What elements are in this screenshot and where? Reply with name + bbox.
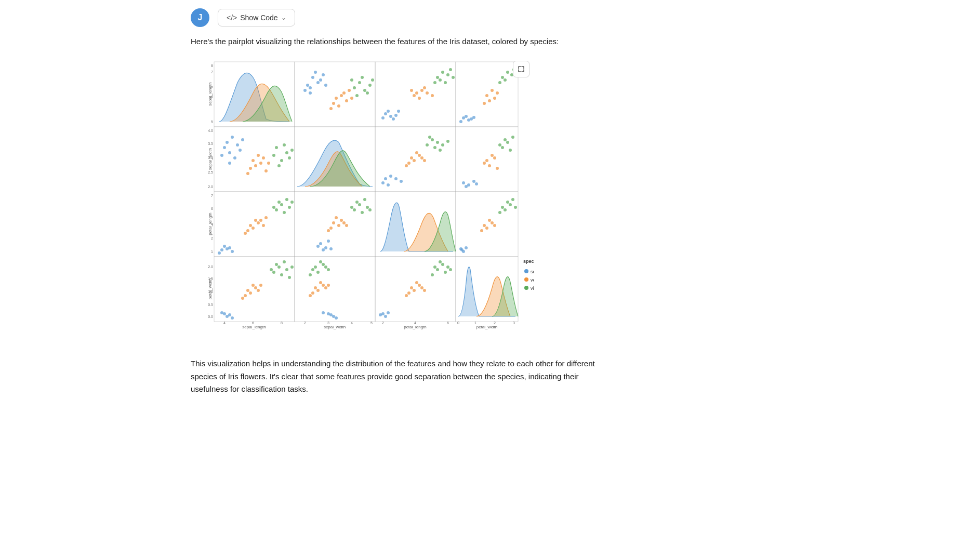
svg-point-261: [332, 315, 335, 318]
svg-text:4.0: 4.0: [208, 129, 213, 132]
svg-point-204: [363, 198, 366, 201]
header-row: J </> Show Code ⌄: [191, 8, 789, 27]
svg-point-294: [407, 291, 410, 295]
svg-point-232: [246, 289, 249, 292]
svg-point-81: [223, 146, 226, 149]
svg-point-244: [280, 273, 283, 276]
svg-point-221: [504, 208, 507, 211]
svg-point-133: [441, 143, 444, 147]
svg-point-52: [441, 71, 444, 74]
chart-wrapper: sepal_length 5 6 7 8: [191, 57, 534, 337]
svg-point-320: [524, 277, 528, 282]
svg-point-54: [446, 73, 449, 76]
svg-rect-154: [214, 192, 295, 257]
svg-point-246: [285, 268, 288, 271]
svg-point-88: [241, 138, 244, 141]
svg-point-150: [501, 146, 504, 149]
svg-point-200: [355, 201, 359, 204]
svg-point-10: [319, 78, 322, 82]
svg-point-137: [462, 181, 465, 184]
svg-point-72: [501, 76, 504, 79]
svg-point-22: [337, 104, 340, 108]
svg-point-155: [223, 245, 226, 248]
svg-point-213: [483, 224, 486, 227]
pairplot-chart: sepal_length 5 6 7 8: [191, 57, 534, 337]
show-code-button[interactable]: </> Show Code ⌄: [218, 9, 295, 26]
svg-point-160: [218, 251, 221, 255]
svg-text:1.5: 1.5: [208, 277, 213, 281]
svg-point-63: [470, 117, 473, 121]
svg-point-19: [345, 99, 348, 102]
code-icon: </>: [227, 14, 237, 22]
svg-point-62: [465, 115, 468, 118]
svg-point-169: [264, 216, 268, 219]
svg-point-114: [384, 177, 387, 180]
svg-text:setosa: setosa: [531, 269, 534, 274]
svg-point-206: [368, 208, 372, 211]
footer-description: This visualization helps in understandin…: [191, 357, 617, 396]
svg-point-190: [329, 247, 333, 250]
svg-point-231: [231, 316, 234, 320]
svg-text:2.0: 2.0: [208, 185, 213, 189]
svg-point-96: [246, 172, 249, 175]
svg-point-288: [384, 315, 387, 318]
svg-point-266: [319, 281, 322, 284]
svg-point-21: [342, 91, 346, 95]
svg-point-318: [524, 269, 528, 273]
svg-point-53: [439, 78, 442, 82]
svg-point-121: [415, 151, 418, 154]
svg-point-277: [316, 271, 320, 274]
svg-text:0: 0: [457, 321, 459, 325]
svg-point-300: [439, 260, 442, 263]
svg-point-95: [264, 169, 268, 172]
svg-point-245: [283, 260, 286, 263]
svg-point-41: [394, 114, 398, 117]
svg-point-151: [506, 141, 509, 144]
svg-point-50: [431, 94, 434, 97]
svg-text:2: 2: [211, 236, 213, 240]
svg-point-82: [231, 136, 234, 139]
svg-text:2: 2: [304, 321, 306, 325]
svg-point-25: [348, 89, 351, 92]
svg-point-101: [277, 164, 281, 167]
chart-expand-button[interactable]: [513, 61, 529, 77]
svg-text:4: 4: [414, 321, 416, 325]
svg-point-86: [239, 149, 242, 152]
svg-text:3.5: 3.5: [208, 142, 213, 145]
svg-text:7: 7: [211, 70, 213, 74]
svg-point-131: [433, 146, 436, 149]
svg-point-100: [280, 159, 283, 162]
svg-point-243: [277, 265, 281, 269]
main-description: Here's the pairplot visualizing the rela…: [191, 35, 596, 48]
svg-point-225: [514, 206, 517, 209]
svg-text:4: 4: [211, 222, 213, 226]
svg-point-237: [257, 289, 260, 292]
svg-point-191: [332, 221, 335, 224]
svg-point-170: [272, 206, 275, 209]
svg-point-141: [475, 182, 478, 185]
svg-point-118: [387, 183, 390, 187]
svg-text:petal_width: petal_width: [476, 325, 497, 329]
svg-point-64: [459, 120, 462, 123]
svg-point-144: [488, 164, 491, 167]
svg-point-28: [363, 89, 366, 92]
svg-point-39: [392, 117, 395, 121]
svg-point-79: [226, 141, 229, 144]
svg-point-15: [303, 89, 307, 92]
svg-text:8: 8: [211, 64, 213, 68]
svg-point-229: [220, 311, 223, 314]
svg-point-247: [288, 276, 291, 279]
svg-point-139: [472, 180, 475, 183]
svg-point-47: [418, 97, 421, 100]
svg-point-177: [290, 201, 294, 204]
svg-point-16: [324, 84, 327, 87]
svg-point-167: [259, 219, 262, 222]
svg-point-271: [309, 294, 312, 297]
svg-point-175: [285, 198, 288, 201]
svg-point-233: [251, 284, 255, 287]
svg-point-234: [249, 291, 252, 295]
svg-point-158: [228, 246, 231, 249]
svg-point-263: [329, 313, 333, 316]
svg-point-57: [444, 81, 447, 84]
svg-point-102: [285, 151, 288, 154]
